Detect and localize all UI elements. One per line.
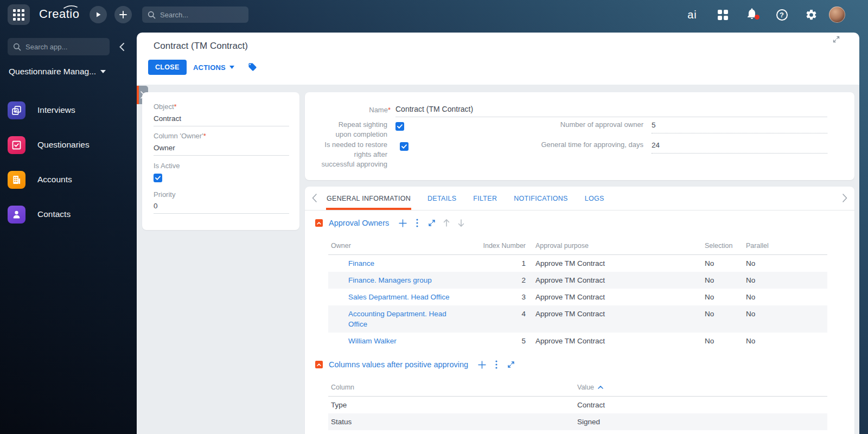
owner-link[interactable]: Finance. Managers group	[348, 275, 432, 285]
actions-button[interactable]: ACTIONS	[193, 60, 234, 75]
tab-logs[interactable]: LOGS	[585, 187, 604, 210]
expand-section-button[interactable]	[427, 219, 436, 227]
sidebar-item-label: Interviews	[37, 105, 75, 115]
purpose-cell: Approve TM Contract	[526, 336, 700, 346]
expand-page-button[interactable]	[833, 35, 840, 45]
help-button[interactable]: ?	[773, 0, 791, 29]
record-settings-card: Object* Contract Column 'Owner'* Owner I…	[142, 92, 299, 230]
purpose-cell: Approve TM Contract	[526, 309, 700, 319]
sidebar-item-accounts[interactable]: Accounts	[8, 170, 132, 189]
tab-general-information[interactable]: GENERAL INFORMATION	[327, 187, 411, 210]
collapse-section-button[interactable]	[315, 361, 323, 368]
column-header-parallel[interactable]: Parallel	[742, 242, 827, 250]
plus-icon	[119, 11, 127, 18]
table-row[interactable]: Finance 1 Approve TM Contract No No	[328, 255, 827, 272]
expand-diagonal-icon	[507, 361, 515, 368]
tab-details[interactable]: DETAILS	[427, 187, 456, 210]
apps-menu-button[interactable]	[8, 4, 30, 25]
search-icon	[148, 11, 156, 19]
sidebar-collapse-button[interactable]	[115, 40, 128, 53]
sidebar-item-contacts[interactable]: Contacts	[8, 205, 132, 224]
chevron-up-icon	[317, 222, 321, 225]
global-search-input[interactable]: Search...	[142, 7, 248, 23]
column-owner-field[interactable]: Owner	[154, 144, 289, 156]
collapse-section-button[interactable]	[315, 219, 323, 227]
column-header-column[interactable]: Column	[328, 384, 577, 391]
section-title[interactable]: Approval Owners	[329, 219, 389, 227]
add-new-button[interactable]	[114, 6, 132, 23]
is-active-checkbox[interactable]	[154, 174, 162, 182]
owner-link[interactable]: Accounting Department. Head Office	[348, 309, 457, 329]
table-row[interactable]: Status Signed	[328, 413, 827, 430]
ai-assistant-button[interactable]: ai	[681, 0, 703, 29]
column-header-value[interactable]: Value	[577, 384, 594, 391]
interviews-icon	[8, 101, 25, 119]
close-button[interactable]: CLOSE	[148, 60, 187, 75]
approving-time-field[interactable]: 24	[652, 141, 827, 154]
tabs-scroll-left-button[interactable]	[312, 194, 317, 205]
table-row[interactable]: Sales Department. Head Office 3 Approve …	[328, 289, 827, 305]
purpose-cell: Approve TM Contract	[526, 292, 700, 302]
expand-diagonal-icon	[833, 36, 840, 43]
repeat-sighting-checkbox[interactable]	[395, 122, 404, 131]
priority-field[interactable]: 0	[154, 202, 289, 214]
settings-button[interactable]	[802, 0, 820, 29]
table-row[interactable]: Accounting Department. Head Office 4 App…	[328, 305, 827, 333]
section-menu-button[interactable]	[492, 360, 501, 369]
tag-icon	[248, 62, 257, 72]
approval-owner-count-label: Number of approval owner	[538, 120, 643, 130]
app-search-input[interactable]: Search app...	[8, 38, 110, 55]
approval-owner-count-field[interactable]: 5	[652, 121, 827, 133]
section-title[interactable]: Columns values after positive approving	[329, 360, 468, 369]
add-row-button[interactable]	[398, 219, 407, 227]
tabs-scroll-right-button[interactable]	[843, 194, 847, 205]
move-row-down-button[interactable]	[457, 219, 465, 227]
tags-button[interactable]	[248, 62, 257, 74]
add-row-button[interactable]	[477, 360, 486, 369]
column-header-selection[interactable]: Selection	[700, 242, 742, 250]
is-active-label: Is Active	[154, 162, 180, 170]
value-cell: Signed	[577, 417, 827, 427]
owner-link[interactable]: William Walker	[348, 336, 397, 346]
required-mark: *	[388, 106, 391, 114]
ai-icon: ai	[687, 9, 697, 21]
user-profile-button[interactable]	[827, 0, 847, 29]
table-row[interactable]: William Walker 5 Approve TM Contract No …	[328, 333, 827, 349]
table-header-row: Column Value	[328, 381, 827, 397]
section-menu-button[interactable]	[413, 219, 422, 227]
sidebar-item-label: Questionaries	[37, 140, 90, 150]
run-process-button[interactable]	[90, 6, 107, 23]
expand-section-button[interactable]	[507, 360, 515, 369]
workspace-name: Questionnaire Manag...	[9, 67, 96, 76]
tab-notifications[interactable]: NOTIFICATIONS	[514, 187, 568, 210]
page-body: Object* Contract Column 'Owner'* Owner I…	[137, 85, 859, 434]
notifications-button[interactable]	[742, 0, 762, 29]
check-icon	[155, 176, 161, 180]
purpose-cell: Approve TM Contract	[526, 258, 700, 269]
creatio-logo[interactable]: Creatio	[39, 7, 79, 21]
repeat-sighting-label: Repeat sighting upon completion	[321, 120, 387, 139]
table-row[interactable]: Finance. Managers group 2 Approve TM Con…	[328, 272, 827, 289]
column-header-approval-purpose[interactable]: Approval purpose	[526, 242, 700, 250]
owner-link[interactable]: Sales Department. Head Office	[348, 292, 450, 302]
column-header-owner[interactable]: Owner	[328, 242, 483, 250]
move-row-up-button[interactable]	[442, 219, 451, 227]
columns-values-section-header: Columns values after positive approving	[315, 360, 515, 369]
table-row[interactable]: Type Contract	[328, 397, 827, 413]
sidebar-item-interviews[interactable]: Interviews	[8, 101, 132, 119]
object-label: Object*	[154, 103, 177, 111]
column-header-index-number[interactable]: Index Number	[483, 242, 526, 250]
chevron-left-icon	[119, 43, 124, 51]
parallel-cell: No	[742, 258, 827, 269]
marketplace-button[interactable]	[714, 0, 731, 29]
global-search-placeholder: Search...	[160, 11, 188, 19]
sidebar-item-questionaries[interactable]: Questionaries	[8, 136, 132, 154]
workspace-selector[interactable]: Questionnaire Manag...	[9, 67, 128, 76]
tab-filter[interactable]: FILTER	[473, 187, 497, 210]
restore-rights-checkbox[interactable]	[400, 142, 409, 151]
approval-owners-section-header: Approval Owners	[315, 219, 465, 227]
name-field[interactable]: Contract (TM Contract)	[395, 105, 827, 117]
owner-link[interactable]: Finance	[348, 258, 374, 269]
parallel-cell: No	[742, 292, 827, 302]
object-field[interactable]: Contract	[154, 114, 289, 126]
